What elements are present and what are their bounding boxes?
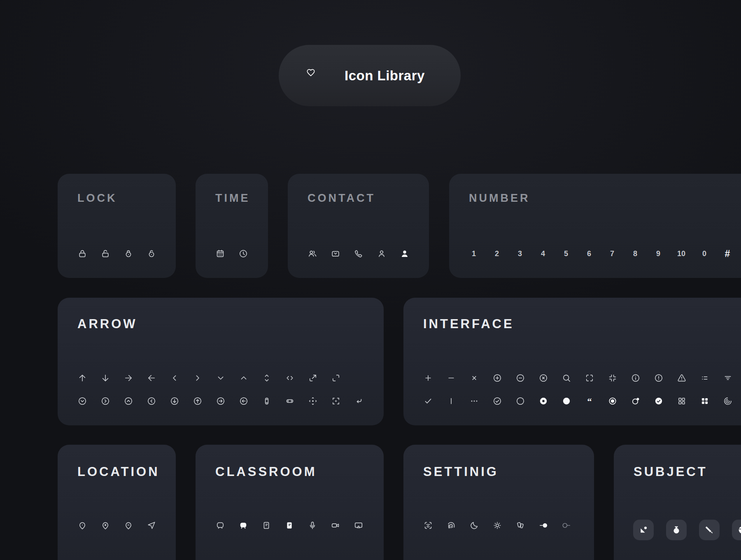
airplay-icon[interactable] — [353, 520, 364, 531]
mail-icon[interactable] — [330, 248, 341, 259]
circle-check-icon[interactable] — [492, 396, 503, 406]
user-icon[interactable] — [376, 248, 387, 259]
cards-icon[interactable] — [515, 520, 526, 531]
number-glyph-10[interactable]: 10 — [676, 248, 687, 259]
number-glyph-7[interactable]: 7 — [607, 248, 618, 259]
expand-up-right-icon[interactable] — [308, 373, 318, 383]
globe-tile[interactable] — [732, 520, 741, 540]
grid-filled-icon[interactable] — [699, 396, 710, 406]
check-icon[interactable] — [423, 396, 433, 406]
number-glyph-3[interactable]: 3 — [515, 248, 525, 259]
user-filled-icon[interactable] — [399, 248, 410, 259]
number-glyph-4[interactable]: 4 — [538, 248, 548, 259]
lock-round-icon[interactable] — [123, 248, 134, 259]
circle-chevron-up-icon[interactable] — [123, 396, 134, 406]
filter-lines-icon[interactable] — [722, 373, 733, 383]
status-dot-icon[interactable] — [630, 396, 641, 406]
focus-dot-icon[interactable] — [331, 396, 341, 406]
board-icon[interactable] — [215, 520, 226, 531]
lock-round-open-icon[interactable] — [146, 248, 157, 259]
moon-icon[interactable] — [469, 520, 480, 531]
lock-closed-icon[interactable] — [77, 248, 88, 259]
clock-icon[interactable] — [238, 248, 249, 259]
close-icon[interactable] — [469, 373, 480, 383]
circle-close-icon[interactable] — [538, 373, 549, 383]
ellipsis-icon[interactable] — [469, 396, 480, 406]
record-icon[interactable] — [607, 396, 618, 406]
number-glyph-9[interactable]: 9 — [653, 248, 664, 259]
mic-icon[interactable] — [307, 520, 318, 531]
flask-tile[interactable] — [666, 520, 687, 540]
corner-brackets-icon[interactable] — [331, 373, 341, 383]
card-lock-title: LOCK — [77, 193, 117, 204]
toggle-off-icon[interactable] — [561, 520, 572, 531]
users-icon[interactable] — [307, 248, 318, 259]
scan-icon[interactable] — [584, 373, 595, 383]
circle-arrow-right-icon[interactable] — [215, 396, 226, 406]
arrow-up-icon[interactable] — [77, 373, 88, 383]
pipe-icon[interactable] — [446, 396, 457, 406]
number-glyph-2[interactable]: 2 — [492, 248, 502, 259]
donut-icon[interactable] — [538, 396, 549, 406]
fingerprint-icon[interactable] — [446, 520, 457, 531]
dot-filled-icon[interactable] — [561, 396, 572, 406]
plus-icon[interactable] — [423, 373, 433, 383]
circle-arrow-left-icon[interactable] — [238, 396, 249, 406]
search-icon[interactable] — [561, 373, 572, 383]
alert-triangle-icon[interactable] — [676, 373, 687, 383]
move-focus-icon[interactable] — [308, 396, 318, 406]
circle-outline-icon[interactable] — [515, 396, 526, 406]
pin-x-icon[interactable] — [100, 520, 111, 531]
face-id-icon[interactable] — [423, 520, 433, 531]
circle-arrow-down-icon[interactable] — [169, 396, 180, 406]
circle-arrow-up-icon[interactable] — [192, 396, 203, 406]
chevron-left-icon[interactable] — [169, 373, 180, 383]
code-icon[interactable] — [284, 373, 295, 383]
calendar-icon[interactable] — [215, 248, 226, 259]
arrow-left-icon[interactable] — [146, 373, 157, 383]
document-filled-icon[interactable] — [284, 520, 295, 531]
capsule-chevrons-vertical-icon[interactable] — [261, 396, 272, 406]
number-glyph-1[interactable]: 1 — [468, 248, 479, 259]
document-icon[interactable] — [261, 520, 272, 531]
card-setting-icons — [423, 520, 584, 543]
alert-circle-icon[interactable] — [653, 373, 664, 383]
video-icon[interactable] — [330, 520, 341, 531]
lock-open-icon[interactable] — [100, 248, 111, 259]
circle-chevron-down-icon[interactable] — [77, 396, 88, 406]
info-icon[interactable] — [630, 373, 641, 383]
chevron-right-icon[interactable] — [192, 373, 203, 383]
circle-chevron-left-icon[interactable] — [146, 396, 157, 406]
number-glyph-#[interactable]: # — [722, 248, 733, 259]
circle-minus-icon[interactable] — [515, 373, 526, 383]
chevrons-up-down-icon[interactable] — [261, 373, 272, 383]
list-icon[interactable] — [699, 373, 710, 383]
minimize-icon[interactable] — [607, 373, 618, 383]
chevron-down-icon[interactable] — [215, 373, 226, 383]
phone-icon[interactable] — [353, 248, 364, 259]
toggle-on-icon[interactable] — [538, 520, 549, 531]
chevron-up-icon[interactable] — [238, 373, 249, 383]
check-filled-icon[interactable] — [653, 396, 664, 406]
quote-icon[interactable]: “ — [584, 396, 595, 406]
return-icon[interactable] — [354, 396, 364, 406]
number-glyph-5[interactable]: 5 — [561, 248, 571, 259]
board-filled-icon[interactable] — [238, 520, 249, 531]
capsule-chevrons-horizontal-icon[interactable] — [284, 396, 295, 406]
circle-chevron-right-icon[interactable] — [100, 396, 111, 406]
navigation-icon[interactable] — [146, 520, 157, 531]
pin-icon[interactable] — [77, 520, 88, 531]
pencil-tile[interactable] — [699, 520, 720, 540]
circle-plus-icon[interactable] — [492, 373, 503, 383]
number-glyph-6[interactable]: 6 — [584, 248, 594, 259]
arrow-down-icon[interactable] — [100, 373, 111, 383]
arrow-right-icon[interactable] — [123, 373, 134, 383]
pin-minus-icon[interactable] — [123, 520, 134, 531]
disc-icon[interactable] — [722, 396, 733, 406]
grid-outline-icon[interactable] — [676, 396, 687, 406]
sun-icon[interactable] — [492, 520, 503, 531]
minus-icon[interactable] — [446, 373, 457, 383]
number-glyph-0[interactable]: 0 — [699, 248, 710, 259]
shapes-tile[interactable] — [633, 520, 654, 540]
number-glyph-8[interactable]: 8 — [630, 248, 641, 259]
